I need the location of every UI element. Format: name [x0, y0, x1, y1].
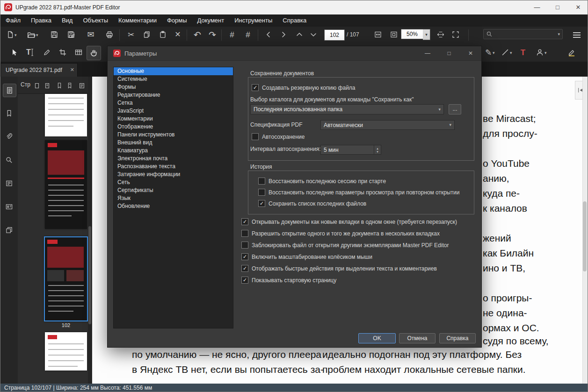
pdf-spec-combobox[interactable]: Автоматически ▾ [320, 120, 455, 130]
pages-panel-button[interactable] [3, 84, 16, 97]
save-as-button[interactable] [65, 29, 77, 41]
fit-page-button[interactable] [372, 29, 384, 41]
rotate-page-left-icon[interactable] [33, 82, 41, 91]
edit-object-tool-button[interactable] [41, 46, 53, 58]
open-file-menu-caret-icon[interactable]: ▾ [36, 33, 38, 37]
toolbar-menu-icon[interactable] [573, 31, 581, 39]
category-general[interactable]: Основные [114, 67, 233, 75]
dialog-maximize-button[interactable]: □ [441, 46, 457, 60]
category-javascript[interactable]: JavaScript [114, 107, 233, 115]
cancel-button[interactable]: Отмена [399, 333, 436, 343]
search-box[interactable]: ▾ [483, 29, 563, 39]
save-button[interactable] [48, 29, 60, 41]
help-button[interactable]: Справка [439, 333, 476, 343]
category-toolbars[interactable]: Панели инструментов [114, 131, 233, 139]
form-panel-button[interactable] [3, 177, 15, 190]
category-keyboard[interactable]: Клавиатура [114, 147, 233, 155]
copy-button[interactable] [141, 29, 153, 41]
signatures-panel-button[interactable] [3, 200, 15, 213]
print-button[interactable] [103, 29, 116, 41]
hand-tool-button[interactable] [87, 46, 101, 60]
menu-forms[interactable]: Формы [162, 14, 192, 27]
checkbox-box[interactable] [258, 178, 265, 185]
new-document-menu-caret-icon[interactable]: ▾ [15, 33, 17, 37]
checkbox-box[interactable] [241, 230, 248, 237]
restore-view-params-checkbox[interactable]: Восстановить последние параметры просмот… [258, 189, 459, 196]
lock-file-checkbox[interactable]: Заблокировать файл от открытия другими э… [241, 242, 449, 249]
email-button[interactable]: ✉ [85, 29, 97, 41]
recent-files-checkbox[interactable]: ✓ Сохранить список последних файлов [258, 200, 366, 207]
category-display[interactable]: Отображение [114, 123, 233, 131]
close-button[interactable]: ✕ [568, 0, 588, 14]
zoom-level-value[interactable]: 50% [401, 29, 423, 39]
show-grid-button[interactable]: # [226, 29, 238, 41]
checkbox-check-icon[interactable]: ✓ [241, 253, 248, 260]
pen-tool-caret-icon[interactable]: ▾ [493, 51, 495, 55]
restore-session-checkbox[interactable]: Восстановить последнюю сессию при старте [258, 178, 386, 185]
category-system[interactable]: Системные [114, 75, 233, 83]
crop-tool-button[interactable] [57, 46, 69, 58]
scroll-down-button[interactable] [307, 29, 319, 41]
checkbox-check-icon[interactable]: ✓ [241, 277, 248, 284]
category-ocr[interactable]: Распознавание текста [114, 163, 233, 171]
mouse-wheel-zoom-checkbox[interactable]: ✓ Включить масштабирование колёсиком мыш… [241, 253, 372, 260]
paste-button[interactable] [157, 29, 169, 41]
menu-edit[interactable]: Правка [26, 14, 57, 27]
category-appearance[interactable]: Внешний вид [114, 139, 233, 147]
page-thumbnail-selected[interactable] [44, 236, 88, 321]
category-forms[interactable]: Формы [114, 83, 233, 91]
page-thumbnail[interactable] [45, 94, 87, 136]
text-note-tool-button[interactable]: T [517, 46, 529, 58]
add-page-icon[interactable] [56, 82, 63, 91]
menu-view[interactable]: Вид [57, 14, 78, 27]
attachments-panel-button[interactable] [3, 130, 15, 143]
delete-page-icon[interactable] [66, 82, 73, 91]
checkbox-check-icon[interactable]: ✓ [258, 200, 265, 207]
start-page-checkbox[interactable]: ✓ Показывать стартовую страницу [241, 277, 336, 284]
line-tool-caret-icon[interactable]: ▾ [510, 51, 512, 55]
allow-multiple-tabs-checkbox[interactable]: Разрешить открытие одного и того же доку… [241, 230, 440, 237]
rotate-page-right-icon[interactable] [44, 82, 51, 91]
menu-comments[interactable]: Комментарии [113, 14, 162, 27]
category-comments[interactable]: Комментарии [114, 115, 233, 123]
category-update[interactable]: Обновление [114, 202, 233, 210]
bookmarks-panel-button[interactable] [3, 107, 15, 120]
document-scrollbar-thumb[interactable] [583, 201, 587, 271]
fit-width-button[interactable] [435, 29, 447, 41]
checkbox-check-icon[interactable]: ✓ [252, 84, 259, 91]
open-file-button[interactable] [25, 29, 37, 41]
actual-size-button[interactable] [388, 29, 400, 41]
category-certificates[interactable]: Сертификаты [114, 186, 233, 194]
spinbox-arrows[interactable]: ▴▾ [374, 145, 381, 154]
checkbox-box[interactable] [258, 189, 265, 196]
thumbnail-options-icon[interactable] [78, 82, 86, 91]
autosave-checkbox[interactable]: Автосохранение [252, 133, 305, 140]
menu-file[interactable]: Файл [0, 14, 26, 27]
thumbnails-scrollbar[interactable] [88, 77, 92, 384]
quick-actions-checkbox[interactable]: ✓ Отображать быстрые действия при выделе… [241, 265, 437, 272]
page-number-input[interactable] [324, 29, 345, 41]
category-grid[interactable]: Сетка [114, 99, 233, 107]
browse-folder-button[interactable]: ... [449, 104, 461, 114]
minimize-button[interactable]: — [527, 0, 547, 14]
search-input[interactable] [493, 30, 558, 38]
category-email[interactable]: Электронная почта [114, 155, 233, 163]
checkbox-check-icon[interactable]: ✓ [241, 265, 248, 272]
scroll-up-button[interactable] [293, 29, 305, 41]
category-editing[interactable]: Редактирование [114, 91, 233, 99]
menu-help[interactable]: Справка [277, 14, 312, 27]
signature-tool-caret-icon[interactable]: ▾ [544, 51, 547, 55]
next-page-button[interactable] [277, 29, 290, 41]
layers-panel-button[interactable] [3, 224, 15, 236]
menu-tools[interactable]: Инструменты [229, 14, 277, 27]
backup-copy-checkbox[interactable]: ✓ Создавать резервную копию файла [252, 84, 356, 91]
maximize-button[interactable]: □ [547, 0, 568, 14]
select-tool-button[interactable] [8, 46, 20, 58]
thumbnails-scrollbar-thumb[interactable] [88, 226, 91, 324]
search-panel-button[interactable] [3, 154, 15, 166]
checkbox-check-icon[interactable]: ✓ [241, 218, 248, 225]
dialog-close-button[interactable]: ✕ [463, 46, 479, 60]
highlighter-tool-button[interactable] [566, 46, 578, 58]
tab-close-icon[interactable]: ✕ [70, 67, 74, 73]
checkbox-box[interactable] [252, 133, 259, 140]
